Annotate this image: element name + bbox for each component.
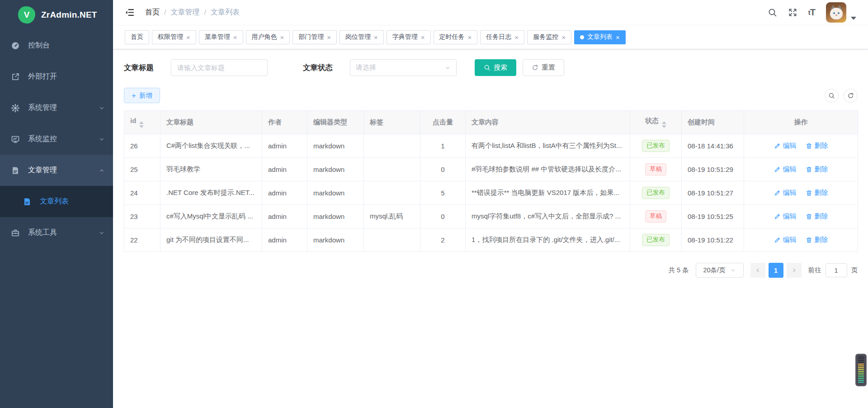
cell-title: c#写入Mysql中文显示乱码 ...: [160, 205, 262, 228]
column-header-label: 标签: [370, 118, 383, 126]
cell-actions: 编辑删除: [744, 134, 858, 158]
reset-button[interactable]: 重置: [523, 59, 564, 76]
column-header-状态[interactable]: 状态: [630, 111, 682, 134]
sidebar-item-label: 系统监控: [28, 134, 99, 144]
edit-link[interactable]: 编辑: [774, 165, 797, 174]
delete-link[interactable]: 删除: [806, 165, 828, 174]
sidebar-item-dashboard[interactable]: 控制台: [0, 30, 113, 61]
prev-page-button[interactable]: [750, 263, 765, 278]
goto-page-input[interactable]: [826, 263, 847, 277]
column-header-创建时间: 创建时间: [682, 111, 744, 134]
sidebar-item-system-admin[interactable]: 系统管理: [0, 92, 113, 123]
close-tab-icon[interactable]: ×: [186, 34, 190, 41]
cell-editor: markdown: [307, 205, 364, 228]
status-badge: 已发布: [642, 234, 670, 246]
cell-created: 08-19 10:51:25: [682, 205, 744, 228]
sidebar-item-system-tools[interactable]: 系统工具: [0, 217, 113, 248]
tab-字典管理[interactable]: 字典管理×: [387, 30, 431, 44]
column-header-文章内容: 文章内容: [466, 111, 630, 134]
cell-author: admin: [262, 158, 307, 181]
close-tab-icon[interactable]: ×: [233, 34, 237, 41]
sidebar-toggle-button[interactable]: [125, 8, 134, 17]
extension-widget-stripes: [858, 356, 864, 384]
cell-actions: 编辑删除: [744, 228, 858, 252]
sidebar-item-label: 控制台: [28, 41, 105, 50]
status-badge: 草稿: [645, 210, 666, 223]
font-size-button[interactable]: tT: [808, 7, 815, 18]
sidebar-item-external[interactable]: 外部打开: [0, 61, 113, 92]
gear-icon: [11, 104, 20, 113]
delete-link-label: 删除: [815, 236, 828, 244]
breadcrumb-item[interactable]: 首页: [145, 8, 160, 17]
tab-任务日志[interactable]: 任务日志×: [480, 30, 524, 44]
tab-权限管理[interactable]: 权限管理×: [152, 30, 196, 44]
add-button[interactable]: + 新增: [124, 88, 160, 103]
delete-link[interactable]: 删除: [806, 189, 828, 197]
caret-down-icon: [851, 17, 856, 20]
user-menu[interactable]: [826, 2, 856, 23]
cell-title: .NET Core 发布时提示.NET...: [160, 181, 262, 205]
close-tab-icon[interactable]: ×: [327, 34, 331, 41]
close-tab-icon[interactable]: ×: [561, 34, 566, 41]
delete-link[interactable]: 删除: [806, 236, 828, 244]
edit-link[interactable]: 编辑: [774, 236, 797, 244]
sort-carets-icon[interactable]: [662, 121, 666, 128]
tab-部门管理[interactable]: 部门管理×: [292, 30, 337, 44]
next-page-button[interactable]: [787, 263, 802, 278]
logo-letter: V: [24, 10, 30, 20]
edit-link[interactable]: 编辑: [774, 189, 797, 197]
logo-icon: V: [18, 6, 35, 24]
page-size-select[interactable]: 20条/页: [696, 263, 744, 278]
sort-carets-icon[interactable]: [139, 121, 144, 128]
sidebar-item-article-list[interactable]: 文章列表: [0, 186, 113, 217]
column-header-label: 文章内容: [472, 118, 499, 126]
sidebar-item-system-monitor[interactable]: 系统监控: [0, 123, 113, 155]
close-tab-icon[interactable]: ×: [280, 34, 284, 41]
table-search-toggle-button[interactable]: [825, 89, 839, 103]
edit-link[interactable]: 编辑: [774, 142, 797, 150]
close-tab-icon[interactable]: ×: [374, 34, 378, 41]
close-tab-icon[interactable]: ×: [616, 34, 620, 41]
close-tab-icon[interactable]: ×: [468, 34, 472, 41]
title-filter-input[interactable]: [171, 59, 268, 76]
user-avatar: [826, 2, 846, 23]
search-button[interactable]: 搜索: [475, 59, 516, 76]
sidebar-item-article-admin[interactable]: 文章管理: [0, 155, 113, 186]
breadcrumb-item[interactable]: 文章管理: [170, 8, 199, 17]
delete-link[interactable]: 删除: [806, 142, 828, 150]
cell-created: 08-18 14:41:36: [682, 134, 744, 158]
close-tab-icon[interactable]: ×: [514, 34, 519, 41]
edit-link[interactable]: 编辑: [774, 212, 797, 221]
status-filter-select[interactable]: 请选择: [350, 59, 457, 76]
edit-link-label: 编辑: [783, 142, 797, 150]
close-tab-icon[interactable]: ×: [421, 34, 425, 41]
tab-服务监控[interactable]: 服务监控×: [527, 30, 571, 44]
header-search-button[interactable]: [768, 8, 777, 17]
column-header-id[interactable]: id: [124, 111, 160, 134]
tab-文章列表[interactable]: 文章列表×: [574, 30, 626, 44]
cell-editor: markdown: [307, 134, 364, 158]
page-1-button[interactable]: 1: [769, 263, 783, 278]
column-header-label: 文章标题: [166, 118, 193, 126]
tab-定时任务[interactable]: 定时任务×: [434, 30, 478, 44]
edit-link-label: 编辑: [783, 189, 797, 197]
browser-extension-widget[interactable]: [855, 354, 867, 386]
tab-首页[interactable]: 首页: [125, 30, 149, 44]
delete-link[interactable]: 删除: [806, 212, 828, 221]
sidebar-item-label: 文章列表: [40, 197, 105, 206]
table-refresh-button[interactable]: [844, 89, 858, 103]
app-logo[interactable]: V ZrAdmin.NET: [0, 0, 113, 30]
tab-岗位管理[interactable]: 岗位管理×: [340, 30, 384, 44]
cell-author: admin: [262, 181, 307, 205]
cat-head: [830, 8, 843, 19]
table-header-row: id文章标题作者编辑器类型标签点击量文章内容状态创建时间操作: [124, 111, 858, 134]
table-row: 24.NET Core 发布时提示.NET...adminmarkdown5**…: [124, 181, 858, 205]
fullscreen-button[interactable]: [788, 8, 797, 17]
breadcrumb-item[interactable]: 文章列表: [211, 8, 240, 17]
tab-label: 定时任务: [439, 33, 465, 41]
tab-菜单管理[interactable]: 菜单管理×: [199, 30, 243, 44]
search-icon: [768, 8, 777, 17]
refresh-icon: [847, 92, 854, 99]
tab-用户角色[interactable]: 用户角色×: [246, 30, 290, 44]
chevron-right-icon: [791, 267, 797, 273]
